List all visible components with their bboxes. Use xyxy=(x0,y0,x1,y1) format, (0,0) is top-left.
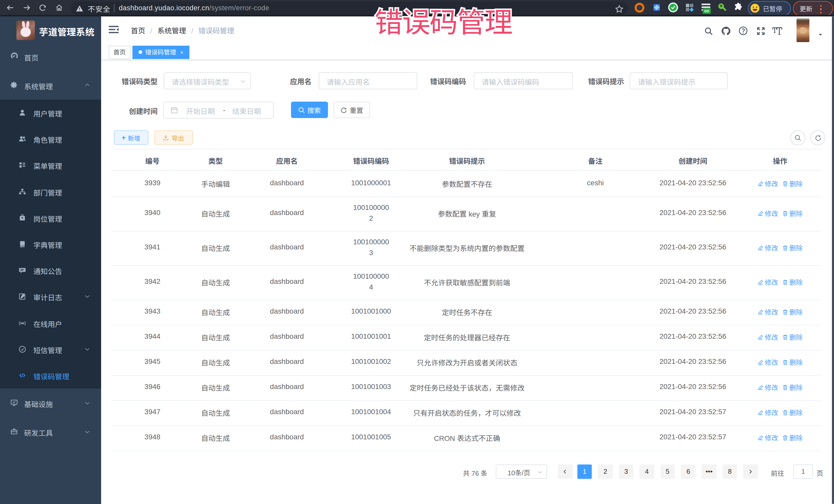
svg-text:错误码管理: 错误码管理 xyxy=(375,4,512,41)
